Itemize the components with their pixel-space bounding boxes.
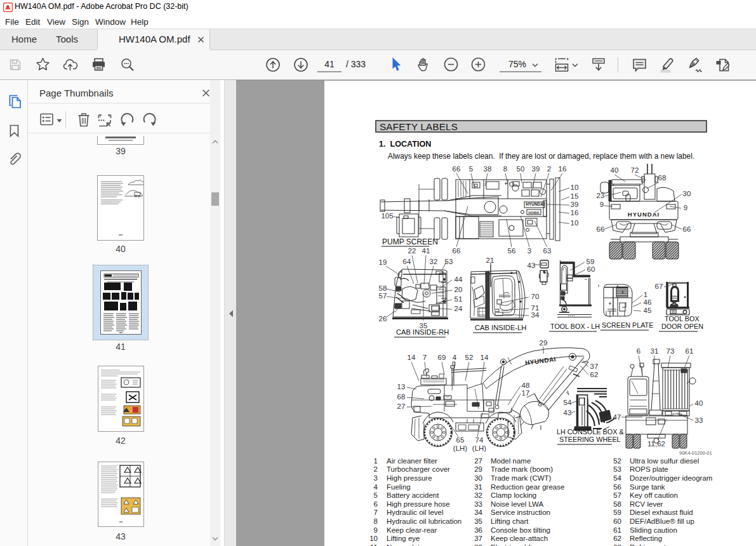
- svg-text:31: 31: [474, 483, 482, 491]
- svg-text:34: 34: [531, 311, 540, 319]
- svg-text:Always keep these labels clean: Always keep these labels clean. If they …: [388, 152, 694, 161]
- svg-text:32: 32: [474, 491, 482, 499]
- svg-text:4: 4: [374, 483, 378, 491]
- svg-text:11,62: 11,62: [647, 440, 665, 448]
- svg-text:57: 57: [613, 491, 621, 499]
- svg-text:57: 57: [379, 292, 387, 300]
- svg-text:CAB INSIDE-LH: CAB INSIDE-LH: [475, 324, 526, 331]
- svg-text:34: 34: [474, 509, 482, 516]
- svg-text:PUMP SCREEN: PUMP SCREEN: [382, 237, 438, 246]
- svg-text:69: 69: [438, 354, 446, 361]
- svg-text:17: 17: [522, 389, 530, 397]
- svg-text:33: 33: [695, 416, 703, 424]
- svg-text:7: 7: [374, 509, 378, 516]
- svg-text:Turbocharger cover: Turbocharger cover: [387, 465, 450, 473]
- svg-text:Clamp locking: Clamp locking: [491, 491, 536, 499]
- svg-text:50: 50: [517, 165, 525, 173]
- svg-text:HYUNDAI: HYUNDAI: [628, 211, 660, 218]
- svg-text:61: 61: [686, 347, 694, 355]
- svg-text:Battery accident: Battery accident: [387, 491, 439, 499]
- svg-text:CAB INSIDE-RH: CAB INSIDE-RH: [396, 328, 449, 336]
- svg-text:64: 64: [403, 258, 411, 265]
- svg-text:7: 7: [423, 354, 427, 361]
- svg-text:44: 44: [454, 276, 463, 283]
- svg-text:48: 48: [522, 382, 530, 389]
- svg-text:67: 67: [655, 283, 663, 290]
- svg-text:58: 58: [379, 284, 387, 292]
- svg-text:3: 3: [527, 247, 531, 255]
- svg-text:45: 45: [644, 307, 652, 314]
- svg-text:53: 53: [613, 465, 621, 473]
- svg-text:5: 5: [374, 491, 378, 499]
- svg-text:68: 68: [658, 174, 666, 182]
- svg-text:62: 62: [613, 535, 621, 542]
- svg-text:1: 1: [644, 291, 647, 298]
- svg-text:Lifting eye: Lifting eye: [387, 535, 420, 542]
- svg-text:68: 68: [397, 393, 406, 401]
- svg-text:29: 29: [540, 339, 548, 347]
- svg-text:13: 13: [397, 383, 406, 390]
- svg-text:59: 59: [613, 509, 621, 516]
- svg-text:ROPS plate: ROPS plate: [630, 465, 668, 473]
- svg-text:24: 24: [454, 305, 463, 312]
- svg-text:23: 23: [597, 192, 605, 199]
- svg-text:31: 31: [651, 347, 659, 355]
- svg-text:Hydraulic oil lubrication: Hydraulic oil lubrication: [387, 517, 461, 525]
- svg-text:26: 26: [379, 315, 387, 323]
- svg-text:41: 41: [422, 247, 430, 255]
- svg-text:SAFETY LABELS: SAFETY LABELS: [380, 121, 458, 132]
- svg-text:Air cleaner filter: Air cleaner filter: [387, 457, 437, 465]
- svg-text:(LH): (LH): [453, 444, 468, 452]
- svg-text:4: 4: [453, 354, 457, 361]
- svg-text:63: 63: [543, 247, 552, 255]
- svg-text:90K4-01200-01: 90K4-01200-01: [679, 450, 712, 456]
- svg-text:2: 2: [374, 465, 378, 473]
- svg-text:Ultra low sulfur diesel: Ultra low sulfur diesel: [630, 457, 699, 465]
- svg-text:37: 37: [590, 363, 599, 370]
- svg-text:38: 38: [484, 165, 492, 173]
- svg-text:21: 21: [486, 256, 494, 264]
- svg-text:1: 1: [374, 457, 378, 465]
- svg-text:54: 54: [613, 474, 621, 482]
- svg-text:38: 38: [474, 543, 482, 546]
- svg-text:22: 22: [408, 247, 416, 255]
- svg-text:Name plate: Name plate: [387, 543, 424, 546]
- svg-text:TOOL BOX: TOOL BOX: [665, 315, 700, 323]
- svg-text:65: 65: [456, 436, 465, 444]
- svg-text:HYUNDAI: HYUNDAI: [525, 356, 557, 366]
- svg-text:11: 11: [370, 543, 378, 546]
- svg-text:Model name: Model name: [491, 457, 531, 465]
- svg-text:58: 58: [613, 500, 621, 508]
- svg-text:14: 14: [408, 354, 416, 361]
- svg-text:10: 10: [369, 535, 378, 542]
- svg-text:Surge tank: Surge tank: [630, 483, 665, 491]
- svg-text:14: 14: [481, 354, 489, 361]
- svg-text:6: 6: [637, 347, 640, 355]
- svg-text:72: 72: [631, 166, 639, 174]
- svg-text:15: 15: [571, 192, 579, 200]
- svg-text:(LH): (LH): [472, 444, 487, 452]
- svg-text:Keep clear-rear: Keep clear-rear: [387, 526, 437, 534]
- svg-text:51: 51: [454, 295, 463, 303]
- svg-text:8: 8: [374, 517, 378, 525]
- svg-text:Console box tilting: Console box tilting: [491, 526, 550, 534]
- svg-text:27: 27: [397, 403, 406, 410]
- svg-text:Hydraulic oil level: Hydraulic oil level: [387, 509, 443, 516]
- svg-text:105: 105: [381, 212, 393, 220]
- svg-text:8: 8: [503, 165, 507, 173]
- svg-text:66: 66: [453, 247, 461, 255]
- svg-text:Refrigerant: Refrigerant: [630, 543, 666, 546]
- svg-text:56: 56: [508, 247, 516, 255]
- svg-text:63: 63: [613, 543, 621, 546]
- svg-text:Trade mark (CWT): Trade mark (CWT): [491, 474, 552, 482]
- svg-text:52: 52: [613, 457, 621, 465]
- svg-text:Lifting chart: Lifting chart: [491, 517, 529, 525]
- svg-text:9: 9: [374, 526, 378, 534]
- svg-text:10: 10: [571, 219, 579, 227]
- svg-text:39: 39: [532, 165, 540, 173]
- svg-text:16: 16: [559, 165, 567, 173]
- svg-text:74: 74: [475, 436, 484, 444]
- svg-text:35: 35: [474, 517, 482, 525]
- svg-text:High pressure: High pressure: [387, 474, 432, 482]
- svg-text:9: 9: [600, 201, 604, 208]
